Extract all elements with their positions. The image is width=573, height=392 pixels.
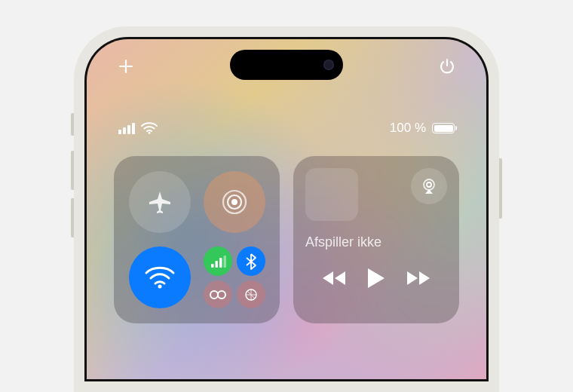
svg-point-9: [210, 291, 218, 299]
svg-rect-5: [211, 264, 214, 268]
bluetooth-toggle[interactable]: [237, 247, 265, 276]
screen: 100 %: [87, 39, 486, 379]
phone-frame: 100 %: [74, 26, 499, 392]
satellite-toggle[interactable]: [237, 280, 265, 308]
svg-rect-7: [219, 258, 222, 268]
airplane-mode-toggle[interactable]: [129, 171, 191, 233]
side-button-power: [499, 158, 502, 219]
svg-point-13: [424, 179, 434, 190]
svg-point-0: [149, 132, 151, 134]
side-button-volume-up: [71, 151, 74, 190]
svg-rect-6: [215, 261, 218, 268]
svg-rect-8: [223, 256, 226, 268]
svg-point-4: [158, 285, 161, 289]
status-bar: 100 %: [87, 121, 486, 136]
forward-button[interactable]: [406, 270, 431, 286]
airdrop-toggle[interactable]: [204, 171, 265, 233]
connectivity-tile[interactable]: [114, 156, 280, 323]
play-button[interactable]: [366, 267, 386, 289]
add-controls-button[interactable]: [115, 56, 136, 77]
svg-point-12: [427, 182, 431, 187]
svg-point-10: [218, 291, 225, 299]
battery-percentage: 100 %: [390, 121, 426, 136]
wifi-status-icon: [141, 122, 158, 134]
side-button-volume-down: [71, 198, 74, 237]
personal-hotspot-toggle[interactable]: [204, 280, 232, 308]
svg-point-1: [231, 199, 237, 205]
rewind-button[interactable]: [321, 270, 347, 286]
album-art-placeholder: [305, 168, 358, 221]
media-tile[interactable]: Afspiller ikke: [293, 156, 459, 323]
cellular-signal-icon: [118, 123, 135, 134]
cellular-data-toggle[interactable]: [204, 247, 232, 276]
wifi-toggle[interactable]: [129, 247, 191, 308]
side-button-mute: [71, 113, 74, 136]
battery-icon: [432, 123, 455, 133]
power-button[interactable]: [437, 56, 458, 77]
media-status-text: Afspiller ikke: [305, 234, 447, 250]
airplay-button[interactable]: [411, 168, 447, 204]
